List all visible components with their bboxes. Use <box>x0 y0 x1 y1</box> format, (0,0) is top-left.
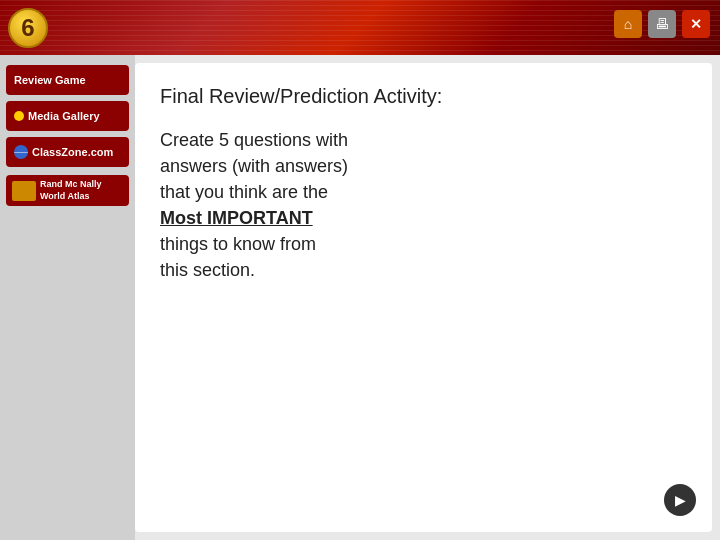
logo-line1: Rand Mc Nally <box>40 179 102 191</box>
classzone-button[interactable]: ClassZone.com <box>6 137 129 167</box>
main-container: Review Game Media Gallery ClassZone.com … <box>0 55 720 540</box>
classzone-label: ClassZone.com <box>32 146 113 158</box>
logo-line2: World Atlas <box>40 191 102 203</box>
dot-icon <box>14 111 24 121</box>
content-area: Final Review/Prediction Activity: Create… <box>135 63 712 532</box>
number-badge: 6 <box>8 8 48 48</box>
home-button[interactable]: ⌂ <box>614 10 642 38</box>
print-button[interactable]: 🖶 <box>648 10 676 38</box>
globe-icon <box>14 145 28 159</box>
content-line2: answers (with answers) <box>160 156 348 176</box>
map-icon <box>12 181 36 201</box>
content-body: Create 5 questions with answers (with an… <box>160 127 687 284</box>
next-button[interactable] <box>664 484 696 516</box>
review-game-label: Review Game <box>14 74 86 86</box>
top-banner: 6 ⌂ 🖶 ✕ <box>0 0 720 55</box>
review-game-button[interactable]: Review Game <box>6 65 129 95</box>
content-line3: that you think are the <box>160 182 328 202</box>
home-icon: ⌂ <box>624 16 632 32</box>
content-line1: Create 5 questions with <box>160 130 348 150</box>
content-title: Final Review/Prediction Activity: <box>160 83 687 109</box>
media-gallery-button[interactable]: Media Gallery <box>6 101 129 131</box>
close-button[interactable]: ✕ <box>682 10 710 38</box>
print-icon: 🖶 <box>655 16 669 32</box>
content-highlight: Most IMPORTANT <box>160 208 313 228</box>
rand-mcnally-logo: Rand Mc Nally World Atlas <box>6 175 129 206</box>
sidebar: Review Game Media Gallery ClassZone.com … <box>0 55 135 540</box>
content-line5: things to know from <box>160 234 316 254</box>
media-gallery-label: Media Gallery <box>28 110 100 122</box>
close-icon: ✕ <box>690 16 702 32</box>
top-icons: ⌂ 🖶 ✕ <box>614 10 710 38</box>
content-line6: this section. <box>160 260 255 280</box>
